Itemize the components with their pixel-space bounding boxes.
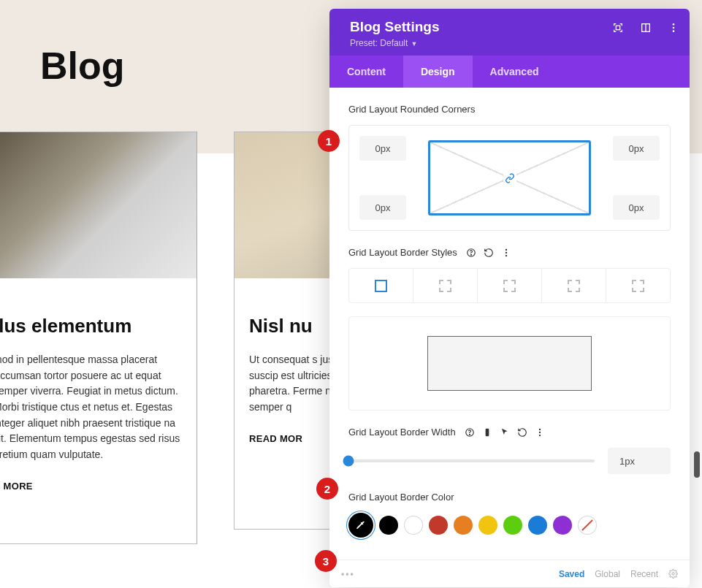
border-style-right[interactable] xyxy=(478,269,542,302)
border-style-options xyxy=(348,268,671,303)
page-title: Blog xyxy=(40,44,125,88)
read-more-link[interactable]: D MORE xyxy=(0,481,182,492)
svg-point-8 xyxy=(505,248,507,250)
color-swatch-orange[interactable] xyxy=(454,516,473,535)
color-swatch-white[interactable] xyxy=(404,516,423,535)
border-styles-label: Grid Layout Border Styles xyxy=(348,247,457,258)
rounded-corners-control: 0px 0px 0px 0px xyxy=(348,125,671,231)
preset-selector[interactable]: Preset: Default▼ xyxy=(350,38,676,48)
more-vertical-icon[interactable] xyxy=(501,248,511,258)
blog-card: llus elementum mod in pellentesque massa… xyxy=(0,131,197,544)
border-style-preview-box xyxy=(348,316,671,411)
color-swatch-red[interactable] xyxy=(429,516,448,535)
gear-icon[interactable] xyxy=(668,569,678,579)
svg-point-4 xyxy=(673,27,675,29)
color-swatch-green[interactable] xyxy=(503,516,522,535)
more-vertical-icon[interactable] xyxy=(535,427,545,438)
border-width-slider[interactable] xyxy=(348,459,595,462)
card-title: llus elementum xyxy=(0,315,182,337)
svg-rect-13 xyxy=(485,428,489,436)
annotation-badge-2: 2 xyxy=(316,478,338,500)
panel-header: Blog Settings Preset: Default▼ xyxy=(329,9,690,56)
hover-icon[interactable] xyxy=(500,427,510,438)
color-picker-button[interactable] xyxy=(348,513,373,538)
corner-tr-input[interactable]: 0px xyxy=(613,136,660,161)
corner-bl-input[interactable]: 0px xyxy=(359,195,406,220)
corner-br-input[interactable]: 0px xyxy=(613,195,660,220)
border-style-all[interactable] xyxy=(349,269,413,302)
color-swatch-none[interactable] xyxy=(578,516,597,535)
link-icon[interactable] xyxy=(503,172,516,185)
border-style-top[interactable] xyxy=(413,269,478,302)
help-icon[interactable] xyxy=(466,248,476,258)
svg-rect-0 xyxy=(616,26,619,29)
footer-saved[interactable]: Saved xyxy=(559,569,584,579)
corners-preview xyxy=(428,140,591,215)
settings-panel: Blog Settings Preset: Default▼ Content D… xyxy=(329,9,690,587)
page-scrollbar[interactable] xyxy=(694,451,700,478)
expand-icon[interactable] xyxy=(612,22,624,34)
color-swatch-black[interactable] xyxy=(379,516,398,535)
svg-point-16 xyxy=(539,434,541,435)
svg-point-3 xyxy=(673,23,675,26)
svg-point-7 xyxy=(470,254,471,255)
settings-tabs: Content Design Advanced xyxy=(329,56,690,88)
tab-design[interactable]: Design xyxy=(403,56,473,88)
color-swatch-blue[interactable] xyxy=(528,516,547,535)
panel-footer: ••• Saved Global Recent xyxy=(329,560,690,587)
border-style-left[interactable] xyxy=(606,269,670,302)
tab-content[interactable]: Content xyxy=(329,56,403,88)
panel-body: Grid Layout Rounded Corners 0px 0px 0px … xyxy=(329,88,690,560)
border-width-input[interactable]: 1px xyxy=(608,448,671,474)
border-color-label: Grid Layout Border Color xyxy=(348,492,671,503)
svg-point-9 xyxy=(505,251,507,253)
svg-point-5 xyxy=(673,30,675,32)
border-width-row: 1px xyxy=(348,448,671,474)
more-horizontal-icon[interactable]: ••• xyxy=(341,569,355,579)
corner-tl-input[interactable]: 0px xyxy=(359,136,406,161)
help-icon[interactable] xyxy=(465,427,475,438)
svg-point-12 xyxy=(469,434,470,435)
annotation-badge-3: 3 xyxy=(315,550,337,572)
footer-recent[interactable]: Recent xyxy=(630,569,658,579)
svg-point-10 xyxy=(505,254,507,256)
more-vertical-icon[interactable] xyxy=(668,22,679,34)
annotation-badge-1: 1 xyxy=(318,130,340,152)
columns-icon[interactable] xyxy=(640,22,652,34)
rounded-corners-label: Grid Layout Rounded Corners xyxy=(348,104,671,115)
border-style-preview xyxy=(427,336,592,391)
slider-thumb[interactable] xyxy=(343,456,354,467)
color-swatch-yellow[interactable] xyxy=(478,516,497,535)
reset-icon[interactable] xyxy=(484,248,494,258)
border-width-label: Grid Layout Border Width xyxy=(348,427,456,438)
border-style-bottom[interactable] xyxy=(542,269,606,302)
footer-global[interactable]: Global xyxy=(595,569,620,579)
tab-advanced[interactable]: Advanced xyxy=(473,56,557,88)
card-image xyxy=(0,132,197,278)
reset-icon[interactable] xyxy=(517,427,527,438)
svg-point-14 xyxy=(539,428,541,429)
svg-point-15 xyxy=(539,431,541,432)
svg-point-17 xyxy=(672,573,674,575)
card-excerpt: mod in pellentesque massa placerat Accum… xyxy=(0,352,182,463)
phone-icon[interactable] xyxy=(482,427,492,438)
preset-label: Preset: Default xyxy=(350,38,408,48)
color-swatch-purple[interactable] xyxy=(553,516,572,535)
card-body: llus elementum mod in pellentesque massa… xyxy=(0,278,197,506)
color-swatches xyxy=(348,513,671,538)
chevron-down-icon: ▼ xyxy=(411,40,417,47)
